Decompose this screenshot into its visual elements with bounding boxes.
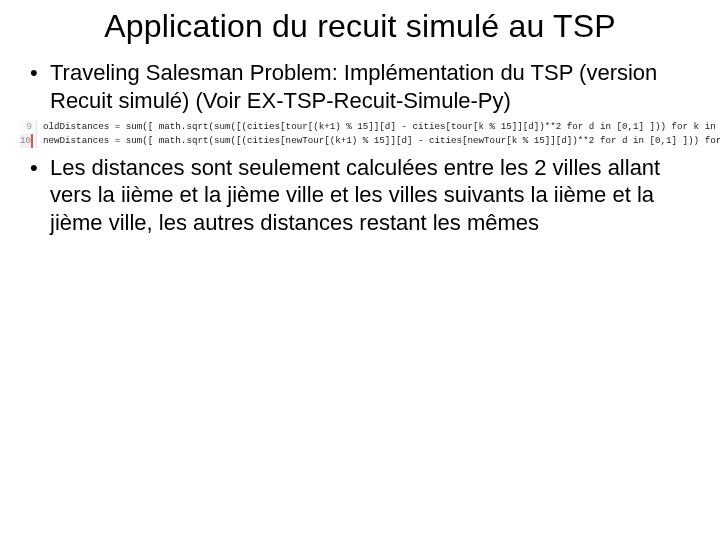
code-lines: oldDistances = sum([ math.sqrt(sum([(cit… bbox=[37, 120, 720, 148]
bullet-list: Traveling Salesman Problem: Implémentati… bbox=[20, 59, 700, 114]
slide-title: Application du recuit simulé au TSP bbox=[20, 8, 700, 45]
code-line: oldDistances = sum([ math.sqrt(sum([(cit… bbox=[43, 120, 720, 134]
code-line: newDistances = sum([ math.sqrt(sum([(cit… bbox=[43, 134, 720, 148]
code-gutter: 9 10 bbox=[20, 120, 37, 148]
bullet-item-1: Traveling Salesman Problem: Implémentati… bbox=[26, 59, 700, 114]
slide: Application du recuit simulé au TSP Trav… bbox=[0, 0, 720, 540]
code-block: 9 10 oldDistances = sum([ math.sqrt(sum(… bbox=[20, 120, 700, 148]
line-number: 10 bbox=[20, 134, 33, 148]
bullet-item-2: Les distances sont seulement calculées e… bbox=[26, 154, 700, 237]
bullet-list-2: Les distances sont seulement calculées e… bbox=[20, 154, 700, 237]
line-number: 9 bbox=[20, 120, 32, 134]
